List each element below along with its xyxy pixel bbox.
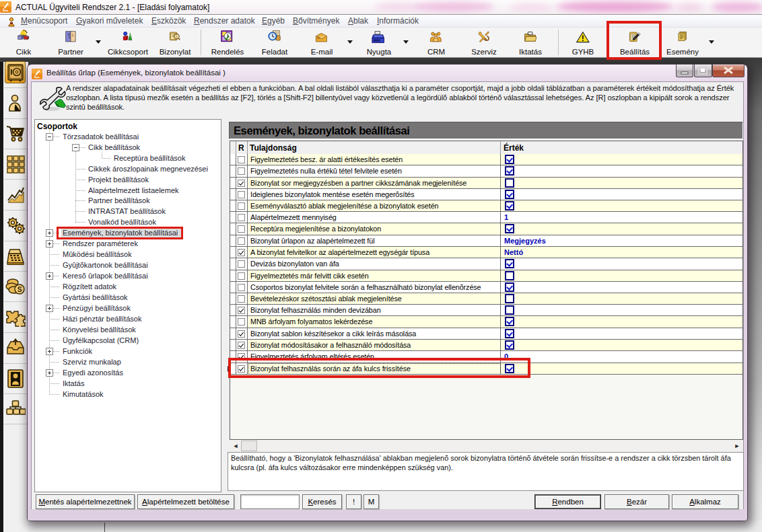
svg-text:S: S (18, 286, 22, 293)
